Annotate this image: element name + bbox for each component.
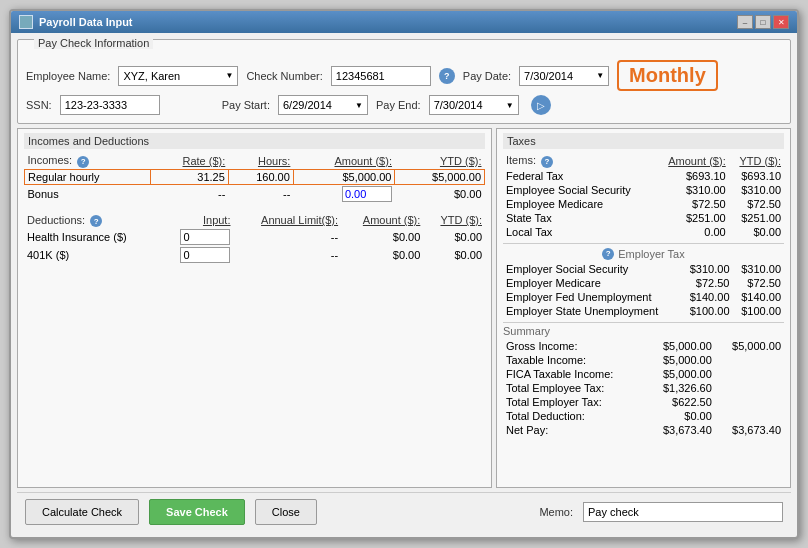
pay-end-label: Pay End: <box>376 99 421 111</box>
income-hours-bonus: -- <box>228 184 293 203</box>
employer-tax-subsection: ? Employer Tax Employer Social Security … <box>503 243 784 318</box>
deductions-label: Deductions: <box>27 214 85 226</box>
emp-tax-name-social: Employer Social Security <box>503 262 681 276</box>
taxes-info-btn[interactable]: ? <box>541 156 553 168</box>
deduction-name-health: Health Insurance ($) <box>24 228 161 246</box>
emp-tax-name-state-unemp: Employer State Unemployment <box>503 304 681 318</box>
emp-tax-row-state-unemp: Employer State Unemployment $100.00 $100… <box>503 304 784 318</box>
window-title: Payroll Data Input <box>19 15 133 29</box>
tax-ytd-federal: $693.10 <box>729 169 784 183</box>
emp-tax-name-medicare: Employer Medicare <box>503 276 681 290</box>
summary-row-deduction: Total Deduction: $0.00 <box>503 409 784 423</box>
income-ytd-regular: $5,000.00 <box>395 169 485 184</box>
maximize-button[interactable]: □ <box>755 15 771 29</box>
app-icon <box>19 15 33 29</box>
pay-start-combo-arrow: ▼ <box>355 101 363 110</box>
summary-ytd-gross: $5,000.00 <box>715 339 784 353</box>
amount-header: Amount ($): <box>293 153 395 169</box>
deduction-row-401k: 401K ($) -- $0.00 $0.00 <box>24 246 485 264</box>
summary-ytd-net: $3,673.40 <box>715 423 784 437</box>
income-row-bonus: Bonus -- -- $0.00 <box>25 184 485 203</box>
tax-row-local: Local Tax 0.00 $0.00 <box>503 225 784 239</box>
deductions-annual-header: Annual Limit($): <box>233 213 341 229</box>
summary-row-taxable: Taxable Income: $5,000.00 <box>503 353 784 367</box>
deduction-input-health[interactable] <box>161 228 234 246</box>
pay-date-combo[interactable]: 7/30/2014 ▼ <box>519 66 609 86</box>
income-amount-regular: $5,000.00 <box>293 169 395 184</box>
summary-label: Summary <box>503 325 784 337</box>
close-button[interactable]: Close <box>255 499 317 525</box>
employer-tax-label: ? Employer Tax <box>503 248 784 260</box>
tax-name-social-security: Employee Social Security <box>503 183 655 197</box>
main-body: Incomes and Deductions Incomes: ? Rate (… <box>17 128 791 488</box>
deductions-table: Deductions: ? Input: Annual Limit($): Am… <box>24 213 485 265</box>
income-name-regular: Regular hourly <box>25 169 151 184</box>
tax-name-federal: Federal Tax <box>503 169 655 183</box>
income-ytd-bonus: $0.00 <box>395 184 485 203</box>
paycheck-section-title: Pay Check Information <box>34 37 153 49</box>
calculate-button[interactable]: Calculate Check <box>25 499 139 525</box>
deduction-amount-401k: $0.00 <box>341 246 423 264</box>
memo-label: Memo: <box>539 506 573 518</box>
summary-row-gross: Gross Income: $5,000.00 $5,000.00 <box>503 339 784 353</box>
tax-row-federal: Federal Tax $693.10 $693.10 <box>503 169 784 183</box>
taxes-panel: Taxes Items: ? Amount ($): YTD ($): <box>496 128 791 488</box>
summary-amount-fica: $5,000.00 <box>646 367 715 381</box>
income-rate-bonus: -- <box>150 184 228 203</box>
nav-button[interactable]: ▷ <box>531 95 551 115</box>
summary-amount-taxable: $5,000.00 <box>646 353 715 367</box>
window-content: Pay Check Information Employee Name: XYZ… <box>11 33 797 537</box>
summary-amount-emp-tax: $1,326.60 <box>646 381 715 395</box>
tax-row-social-security: Employee Social Security $310.00 $310.00 <box>503 183 784 197</box>
income-amount-bonus[interactable] <box>293 184 395 203</box>
minimize-button[interactable]: – <box>737 15 753 29</box>
employee-label: Employee Name: <box>26 70 110 82</box>
paycheck-row1: Employee Name: XYZ, Karen ▼ Check Number… <box>26 60 782 91</box>
incomes-table: Incomes: ? Rate ($): Hours: Amount ($): … <box>24 153 485 203</box>
tax-amount-local: 0.00 <box>655 225 729 239</box>
tax-row-state: State Tax $251.00 $251.00 <box>503 211 784 225</box>
401k-input[interactable] <box>180 247 230 263</box>
deductions-info-btn[interactable]: ? <box>90 215 102 227</box>
employee-combo[interactable]: XYZ, Karen ▼ <box>118 66 238 86</box>
ssn-label: SSN: <box>26 99 52 111</box>
employer-tax-info-btn[interactable]: ? <box>602 248 614 260</box>
income-rate-regular: 31.25 <box>150 169 228 184</box>
deduction-annual-401k: -- <box>233 246 341 264</box>
summary-name-deduction: Total Deduction: <box>503 409 646 423</box>
summary-section: Summary Gross Income: $5,000.00 $5,000.0… <box>503 322 784 437</box>
summary-row-employer-tax: Total Employer Tax: $622.50 <box>503 395 784 409</box>
bonus-amount-input[interactable] <box>342 186 392 202</box>
taxes-amount-header: Amount ($): <box>655 153 729 169</box>
deduction-ytd-health: $0.00 <box>423 228 485 246</box>
check-info-button[interactable]: ? <box>439 68 455 84</box>
pay-start-combo[interactable]: 6/29/2014 ▼ <box>278 95 368 115</box>
employer-taxes-table: Employer Social Security $310.00 $310.00… <box>503 262 784 318</box>
emp-tax-amount-state-unemp: $100.00 <box>681 304 732 318</box>
ssn-input[interactable]: 123-23-3333 <box>60 95 160 115</box>
window-controls: – □ ✕ <box>737 15 789 29</box>
footer: Calculate Check Save Check Close Memo: <box>17 492 791 531</box>
tax-amount-social-security: $310.00 <box>655 183 729 197</box>
deduction-amount-health: $0.00 <box>341 228 423 246</box>
close-window-button[interactable]: ✕ <box>773 15 789 29</box>
main-window: Payroll Data Input – □ ✕ Pay Check Infor… <box>9 9 799 539</box>
deductions-input-header: Input: <box>161 213 234 229</box>
items-label: Items: <box>506 154 536 166</box>
tax-amount-federal: $693.10 <box>655 169 729 183</box>
incomes-info-btn[interactable]: ? <box>77 156 89 168</box>
emp-tax-ytd-fed-unemp: $140.00 <box>733 290 785 304</box>
summary-table: Gross Income: $5,000.00 $5,000.00 Taxabl… <box>503 339 784 437</box>
pay-date-label: Pay Date: <box>463 70 511 82</box>
deduction-input-401k[interactable] <box>161 246 234 264</box>
pay-end-combo[interactable]: 7/30/2014 ▼ <box>429 95 519 115</box>
health-input[interactable] <box>180 229 230 245</box>
ytd-header: YTD ($): <box>395 153 485 169</box>
save-button[interactable]: Save Check <box>149 499 245 525</box>
check-number-input[interactable]: 12345681 <box>331 66 431 86</box>
summary-name-taxable: Taxable Income: <box>503 353 646 367</box>
pay-start-label: Pay Start: <box>222 99 270 111</box>
summary-amount-net: $3,673.40 <box>646 423 715 437</box>
tax-ytd-medicare: $72.50 <box>729 197 784 211</box>
memo-input[interactable] <box>583 502 783 522</box>
